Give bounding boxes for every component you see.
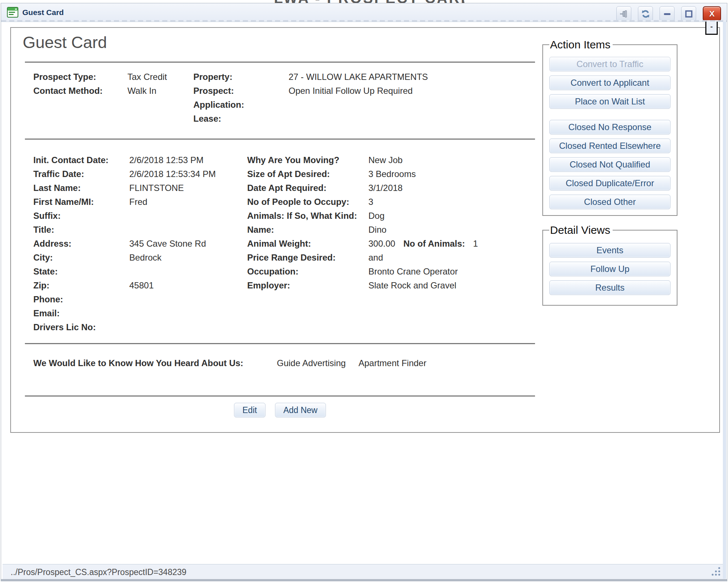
field-label-employer: Employer: [247,280,368,291]
field-value-text: 3 Bedrooms [368,169,416,179]
detail-view-button-events[interactable]: Events [549,243,671,258]
minimize-icon [662,9,672,19]
field-label-no-of-animals: No of Animals: [403,239,465,248]
field-label-traffic-date: Traffic Date: [33,169,129,179]
field-value-text: and [368,253,383,262]
field-label-email: Email: [33,308,129,318]
field-label-no-of-people-to-occupy: No of People to Occupy: [247,197,368,207]
field-value: Walk In [127,86,193,96]
guest-card-window: Guest Card [1,3,727,581]
field-label: Lease: [193,114,289,124]
field-value: 27 - WILLOW LAKE APARTMENTS [289,72,428,82]
add-new-button[interactable]: Add New [275,403,326,417]
field-label-why-are-you-moving: Why Are You Moving? [247,155,368,165]
field-label-suffix: Suffix: [33,211,129,221]
field-value-text: New Job [368,155,402,165]
divider [25,62,535,63]
field-label-date-apt-required: Date Apt Required: [247,183,368,193]
field-label-zip: Zip: [33,280,129,291]
status-bar-url: ../Pros/Prospect_CS.aspx?ProspectID=3482… [11,567,186,577]
action-button-closed-duplicate-error[interactable]: Closed Duplicate/Error [549,176,671,191]
field-label-phone: Phone: [33,294,129,305]
guest-card-content: Guest Card Prospect Type:Tax CreditPrope… [10,27,720,433]
status-bar: ../Pros/Prospect_CS.aspx?ProspectID=3482… [3,564,725,580]
window-controls: X [616,6,721,21]
close-icon: X [709,9,715,19]
field-value-text: 300.00 [368,239,395,248]
detail-views-panel: Detail Views EventsFollow UpResults [542,224,677,306]
heard-about-row: We Would Like to Know How You Heard Abou… [11,356,719,370]
resize-grip-icon[interactable] [710,567,721,577]
heard-about-label: We Would Like to Know How You Heard Abou… [33,356,243,370]
page-title: Guest Card [23,33,107,52]
action-button-convert-to-traffic[interactable]: Convert to Traffic [549,57,671,71]
action-button-closed-other[interactable]: Closed Other [549,195,671,209]
action-button-place-on-wait-list[interactable]: Place on Wait List [549,94,671,109]
summary-grid: Prospect Type:Tax CreditProperty:27 - WI… [33,70,428,126]
field-label-last-name: Last Name: [33,183,129,193]
maximize-icon [684,9,694,19]
form-button-row: EditAdd New [25,403,535,417]
field-label-first-name-mi: First Name/MI: [33,197,129,207]
window-titlebar: Guest Card [1,3,727,22]
window-title: Guest Card [22,3,64,22]
field-value-text: 3/1/2018 [368,183,402,193]
field-label-init-contact-date: Init. Contact Date: [33,155,129,165]
minimize-button[interactable] [660,6,675,21]
field-label-name: Name: [247,225,368,235]
field-label-city: City: [33,253,129,263]
divider [25,343,535,344]
field-label: Prospect: [193,86,289,96]
edit-button[interactable]: Edit [234,403,265,417]
field-label: Prospect Type: [33,72,127,82]
field-label-drivers-lic-no: Drivers Lic No: [33,322,129,332]
refresh-button[interactable] [638,6,653,21]
field-label: Application: [193,100,289,110]
pin-icon [619,9,629,19]
detail-view-button-follow-up[interactable]: Follow Up [549,262,671,276]
field-label: Contact Method: [33,86,127,96]
action-button-closed-rented-elsewhere[interactable]: Closed Rented Elsewhere [549,139,671,153]
refresh-icon [641,9,650,19]
field-value-text: Bronto Crane Operator [368,266,458,276]
field-label: Property: [193,72,289,82]
action-button-closed-no-response[interactable]: Closed No Response [549,120,671,135]
action-button-convert-to-applicant[interactable]: Convert to Applicant [549,75,671,90]
collapse-button[interactable]: - [705,22,718,35]
maximize-button[interactable] [681,6,696,21]
divider [25,395,535,397]
field-value-text: Dog [368,211,385,221]
window-right-edge [723,22,726,579]
detail-view-button-results[interactable]: Results [549,280,671,295]
field-value-no-of-animals: 1 [473,239,478,248]
field-value-text: 3 [368,197,373,207]
field-value-text: Dino [368,225,386,235]
field-label-animal-weight: Animal Weight: [247,239,368,249]
field-label-state: State: [33,266,129,277]
field-label-title: Title: [33,225,129,235]
heard-about-value: Apartment Finder [359,356,426,370]
pin-button[interactable] [616,6,631,21]
window-bottom-edge [1,579,727,581]
heard-about-value: Guide Advertising [277,356,346,370]
field-label-price-range-desired: Price Range Desired: [247,253,368,263]
field-label-occupation: Occupation: [247,266,368,277]
close-button[interactable]: X [703,6,721,21]
action-button-closed-not-qualified[interactable]: Closed Not Qualified [549,157,671,172]
divider [25,139,535,140]
field-label-size-of-apt-desired: Size of Apt Desired: [247,169,368,179]
field-label-animals-if-so-what-kind: Animals: If So, What Kind: [247,211,368,221]
field-value: Open Initial Follow Up Required [289,86,428,96]
field-value-text: Slate Rock and Gravel [368,280,456,290]
guest-card-icon [7,7,18,18]
action-items-legend: Action Items [549,38,613,51]
field-label-address: Address: [33,239,129,249]
action-items-panel: Action Items Convert to TrafficConvert t… [542,38,677,216]
detail-views-legend: Detail Views [549,224,613,236]
field-value: Tax Credit [127,72,193,82]
